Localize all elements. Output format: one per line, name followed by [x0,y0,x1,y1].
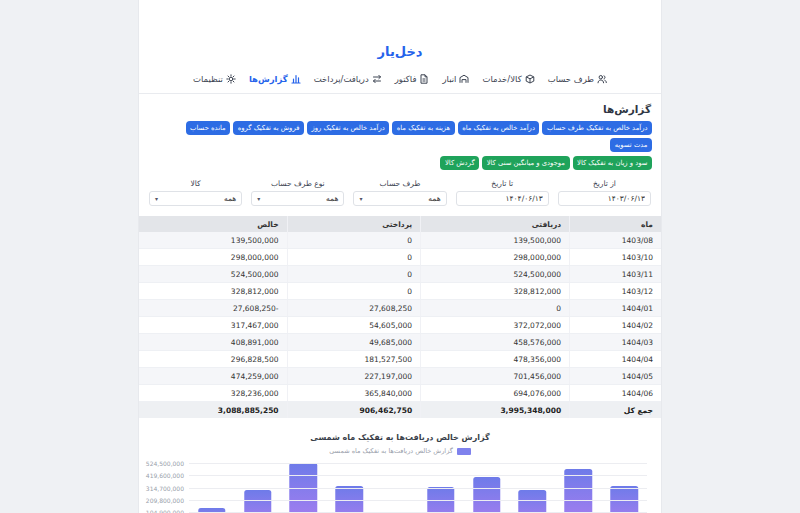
report-button[interactable]: فروش به تفکیک گروه [233,121,304,135]
cell-net: 317,467,000 [139,317,287,334]
y-tick-label: 419,600,000 [146,472,184,479]
table-row: 1404/04478,356,000181,527,500296,828,500 [139,351,661,368]
table-header: ماهدریافتیپرداختیخالص [139,216,661,232]
chevron-down-icon: ▾ [155,196,158,202]
nav-item-settings[interactable]: تنظیمات [193,74,236,84]
to-date-input[interactable] [462,194,543,203]
from-date-input[interactable] [564,194,645,203]
table-row: 1404/06694,076,000365,840,000328,236,000 [139,385,661,402]
cell-net: 524,500,000 [139,266,287,283]
chart-plot [189,463,647,513]
total-paid: 906,462,750 [287,402,421,419]
filter-from-date: از تاریخ [558,179,651,206]
cell-net: 139,500,000 [139,232,287,249]
y-tick-label: 104,900,000 [146,509,184,513]
legend-label: گزارش خالص دریافت‌ها به تفکیک ماه شمسی [329,447,453,455]
y-tick-label: 209,800,000 [146,497,184,504]
cell-paid: 227,197,000 [287,368,421,385]
cell-received: 478,356,000 [421,351,570,368]
cell-month: 1404/04 [570,351,661,368]
cell-net: 328,812,000 [139,283,287,300]
reports-icon [291,74,301,84]
report-button[interactable]: مانده حساب [186,121,231,135]
column-header: ماه [570,216,661,232]
gridline [189,475,647,476]
nav-item-goods[interactable]: کالا/خدمات [482,74,534,84]
cell-month: 1404/05 [570,368,661,385]
legend-swatch [457,448,471,455]
report-button[interactable]: گردش کالا [440,156,479,170]
cell-net: 298,000,000 [139,249,287,266]
report-button[interactable]: درآمد خالص به تفکیک ماه [458,121,540,135]
report-button[interactable]: درآمد خالص به تفکیک طرف حساب [542,121,652,135]
cell-received: 139,500,000 [421,232,570,249]
y-tick-label: 524,500,000 [146,460,184,467]
table-row: 1403/08139,500,0000139,500,000 [139,232,661,249]
nav-item-warehouse[interactable]: انبار [442,74,469,84]
cell-net: 27,608,250- [139,300,287,317]
chart-bar[interactable] [519,490,546,513]
cell-paid: 365,840,000 [287,385,421,402]
filter-contact-type: نوع طرف حساب همه ▾ [251,179,344,206]
cell-month: 1403/10 [570,249,661,266]
gridline [189,488,647,489]
nav-item-label: کالا/خدمات [482,74,521,84]
cell-month: 1403/11 [570,266,661,283]
item-select[interactable]: همه ▾ [149,191,242,206]
nav-item-invoice[interactable]: فاکتور [395,74,430,84]
app-window: دخل‌یار طرف حساب کالا/خدمات انبار فاکتور… [138,0,662,513]
nav-item-payments[interactable]: دریافت/پرداخت [314,74,382,84]
nav-item-reports[interactable]: گزارش‌ها [249,74,301,84]
page-title: گزارش‌ها [139,94,661,121]
cell-paid: 27,608,250 [287,300,421,317]
report-button[interactable]: موجودی و میانگین سنی کالا [482,156,569,170]
bar-chart: 524,500,000419,600,000314,700,000209,800… [139,455,661,513]
nav-item-label: فاکتور [395,74,417,84]
cell-month: 1404/02 [570,317,661,334]
chart-y-axis: 524,500,000419,600,000314,700,000209,800… [149,463,189,513]
report-button[interactable]: مدت تسویه [610,138,652,152]
chart-legend[interactable]: گزارش خالص دریافت‌ها به تفکیک ماه شمسی [139,447,661,455]
cell-month: 1404/03 [570,334,661,351]
cell-month: 1403/08 [570,232,661,249]
selected-value: همه [326,194,338,203]
filter-label: کالا [149,179,242,188]
filter-label: طرف حساب [353,179,446,188]
nav-item-label: طرف حساب [548,74,594,84]
chart-bar[interactable] [244,490,271,513]
report-buttons-success-row: سود و زیان به تفکیک کالاموجودی و میانگین… [139,156,661,170]
table-row: 1404/03458,576,00049,685,000408,891,000 [139,334,661,351]
nav-item-label: انبار [442,74,456,84]
cell-net: 328,236,000 [139,385,287,402]
chart-bar[interactable] [473,477,500,513]
selected-value: همه [224,194,236,203]
report-button[interactable]: هزینه به تفکیک ماه [392,121,454,135]
nav-item-contacts[interactable]: طرف حساب [548,74,607,84]
filter-label: نوع طرف حساب [251,179,344,188]
table-row: 1403/12328,812,0000328,812,000 [139,283,661,300]
settings-icon [226,74,236,84]
contact-select[interactable]: همه ▾ [353,191,446,206]
cell-received: 372,072,000 [421,317,570,334]
column-header: پرداختی [287,216,421,232]
cell-net: 408,891,000 [139,334,287,351]
cell-paid: 49,685,000 [287,334,421,351]
table-row: 1403/11524,500,0000524,500,000 [139,266,661,283]
transfer-icon [372,74,382,84]
filter-to-date: تا تاریخ [456,179,549,206]
table-row: 1403/10298,000,0000298,000,000 [139,249,661,266]
cell-received: 694,076,000 [421,385,570,402]
gridline [189,463,647,464]
table-row: 1404/05701,456,000227,197,000474,259,000 [139,368,661,385]
main-nav: طرف حساب کالا/خدمات انبار فاکتور دریافت/… [139,74,661,94]
total-label: جمع کل [570,402,661,419]
selected-value: همه [428,194,440,203]
cell-paid: 54,605,000 [287,317,421,334]
cell-month: 1404/01 [570,300,661,317]
report-button[interactable]: درآمد خالص به تفکیک روز [307,121,389,135]
cell-net: 474,259,000 [139,368,287,385]
report-button[interactable]: سود و زیان به تفکیک کالا [573,156,653,170]
contact-type-select[interactable]: همه ▾ [251,191,344,206]
cell-paid: 0 [287,266,421,283]
nav-item-label: تنظیمات [193,74,223,84]
